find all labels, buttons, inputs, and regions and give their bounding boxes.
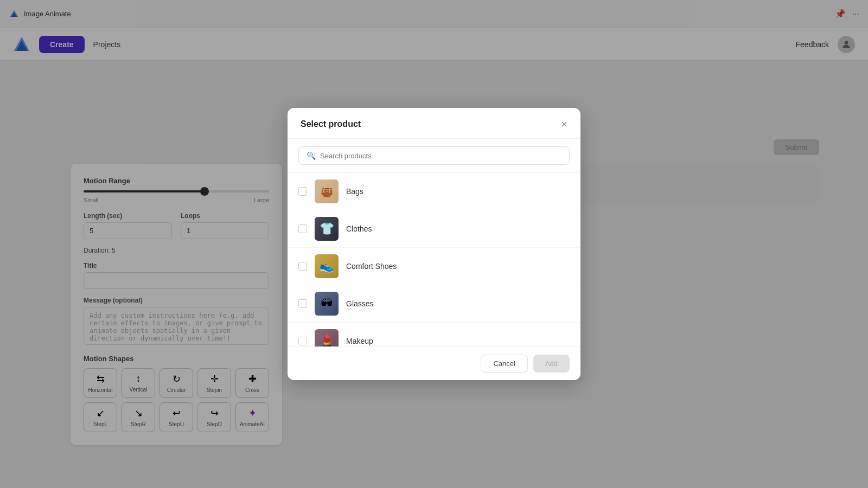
makeup-thumb-icon xyxy=(320,334,334,346)
search-icon: 🔍 xyxy=(307,151,316,160)
product-checkbox-makeup[interactable] xyxy=(298,337,307,345)
add-button[interactable]: Add xyxy=(533,355,570,373)
search-wrapper: 🔍 xyxy=(298,146,570,165)
product-checkbox-glasses[interactable] xyxy=(298,299,307,308)
product-name-makeup: Makeup xyxy=(346,337,373,345)
product-thumb-clothes xyxy=(315,217,339,241)
product-thumb-makeup xyxy=(315,329,339,346)
product-thumb-shoes xyxy=(315,254,339,278)
product-list: Bags Clothes Comfort Shoes Glasses xyxy=(288,173,580,346)
modal-search-area: 🔍 xyxy=(288,139,580,173)
product-item-comfort-shoes[interactable]: Comfort Shoes xyxy=(288,248,580,285)
product-item-clothes[interactable]: Clothes xyxy=(288,210,580,248)
product-name-comfort-shoes: Comfort Shoes xyxy=(346,262,397,271)
shoes-thumb-icon xyxy=(320,259,334,273)
product-name-glasses: Glasses xyxy=(346,299,374,308)
product-checkbox-bags[interactable] xyxy=(298,187,307,196)
product-thumb-bags xyxy=(315,179,339,203)
search-input[interactable] xyxy=(320,152,561,160)
product-item-glasses[interactable]: Glasses xyxy=(288,285,580,323)
modal-close-button[interactable]: × xyxy=(561,119,567,130)
product-name-clothes: Clothes xyxy=(346,224,372,233)
product-thumb-glasses xyxy=(315,292,339,316)
select-product-modal: Select product × 🔍 Bags Clothes xyxy=(288,108,580,380)
modal-title: Select product xyxy=(301,119,361,129)
product-checkbox-comfort-shoes[interactable] xyxy=(298,262,307,271)
bag-thumb-icon xyxy=(320,184,334,198)
clothes-thumb-icon xyxy=(320,222,334,236)
modal-footer: Cancel Add xyxy=(288,346,580,380)
product-name-bags: Bags xyxy=(346,187,363,196)
product-item-bags[interactable]: Bags xyxy=(288,173,580,210)
product-item-makeup[interactable]: Makeup xyxy=(288,323,580,346)
modal-header: Select product × xyxy=(288,108,580,139)
glasses-thumb-icon xyxy=(321,297,333,311)
cancel-button[interactable]: Cancel xyxy=(481,355,527,373)
product-checkbox-clothes[interactable] xyxy=(298,224,307,233)
